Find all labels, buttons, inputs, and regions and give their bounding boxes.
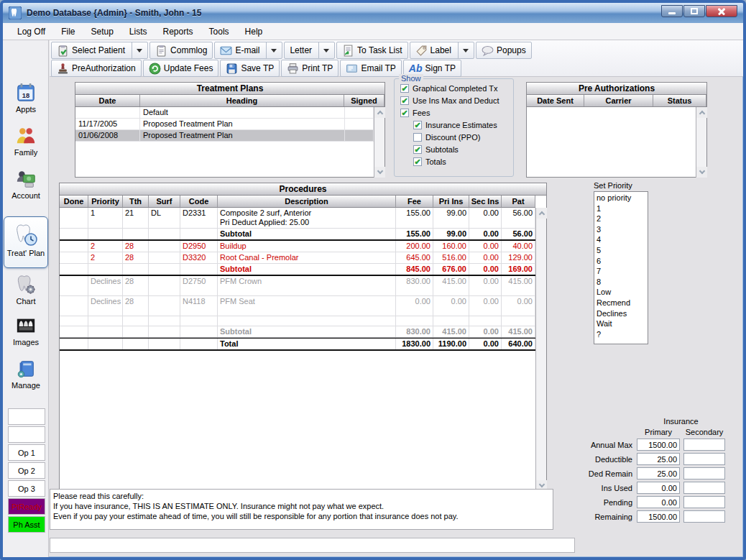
bottom-note-field[interactable]: [50, 538, 575, 553]
sidebar-item-treat-plan[interactable]: Treat' Plan: [4, 216, 48, 268]
save-tp-button[interactable]: Save TP: [220, 60, 280, 77]
scroll-up-icon[interactable]: [696, 107, 707, 118]
priority-option[interactable]: Low: [597, 287, 648, 298]
label-button[interactable]: Label: [410, 42, 474, 59]
xray-icon: [15, 315, 37, 336]
menu-setup[interactable]: Setup: [83, 24, 120, 39]
priority-option[interactable]: 3: [597, 224, 648, 235]
op-cell-blank-2[interactable]: [8, 426, 45, 443]
procedure-row[interactable]: Declines 28 D2750 PFM Crown 830.00 415.0…: [60, 276, 535, 296]
op-cell-op3[interactable]: Op 3: [8, 480, 45, 497]
email-tp-button[interactable]: Email TP: [340, 60, 401, 77]
subtotal-row: Subtotal 845.00 676.00 0.00 169.00: [60, 264, 535, 276]
priority-option[interactable]: 6: [597, 256, 648, 267]
checkbox-graphical-completed-tx[interactable]: ✔ Graphical Completed Tx: [400, 82, 509, 94]
menu-log-off[interactable]: Log Off: [10, 24, 52, 39]
priority-option[interactable]: 4: [597, 234, 648, 245]
priority-option[interactable]: ?: [597, 329, 648, 340]
letter-button[interactable]: Letter: [284, 42, 335, 59]
letter-dropdown[interactable]: [318, 42, 329, 58]
sidebar-item-images[interactable]: Images: [4, 315, 47, 346]
close-button[interactable]: [706, 5, 737, 17]
scroll-up-icon[interactable]: [536, 208, 547, 219]
treatment-plans-scrollbar[interactable]: [374, 107, 384, 178]
procedure-row[interactable]: 2 28 D3320 Root Canal - Premolar 645.00 …: [60, 252, 535, 264]
checkbox-insurance-estimates[interactable]: ✔ Insurance Estimates: [413, 119, 509, 131]
op-cell-op1[interactable]: Op 1: [8, 444, 45, 461]
checkbox-subtotals[interactable]: ✔ Subtotals: [413, 143, 509, 155]
popups-button[interactable]: Popups: [476, 42, 532, 59]
scroll-down-icon[interactable]: [696, 167, 707, 178]
op-cell-phasst[interactable]: Ph Asst: [8, 516, 45, 533]
annual-max-secondary-field[interactable]: [683, 439, 725, 451]
insurance-secondary-label: Secondary: [683, 428, 725, 436]
print-tp-button[interactable]: Print TP: [281, 60, 339, 77]
checkbox-use-ins-max-and-deduct[interactable]: ✔ Use Ins Max and Deduct: [400, 94, 509, 106]
priority-option[interactable]: 8: [597, 277, 648, 288]
email-dropdown[interactable]: [266, 42, 277, 58]
scroll-up-icon[interactable]: [374, 107, 385, 118]
sidebar-item-family[interactable]: Family: [4, 125, 47, 157]
select-patient-dropdown[interactable]: [132, 42, 142, 58]
commlog-button[interactable]: Commlog: [149, 42, 213, 59]
priority-option[interactable]: 7: [597, 266, 648, 277]
note-line: If you have insurance, THIS IS AN ESTIMA…: [53, 501, 550, 511]
menu-tools[interactable]: Tools: [202, 24, 236, 39]
operatory-list: Op 1 Op 2 Op 3 PtReady Ph Asst: [8, 408, 45, 534]
procedure-row[interactable]: 1 21 DL D2331 Composite 2 surf, Anterior…: [60, 208, 535, 229]
update-fees-button[interactable]: Update Fees: [143, 60, 219, 77]
minimize-button[interactable]: [661, 5, 683, 17]
annual-max-primary-field[interactable]: 1500.00: [637, 439, 680, 451]
priority-option[interactable]: 1: [597, 203, 648, 214]
select-patient-button[interactable]: Select Patient: [51, 42, 148, 59]
procedures-scrollbar[interactable]: [535, 208, 546, 491]
preauthorization-button[interactable]: PreAuthorization: [51, 60, 142, 77]
checkbox-discount-ppo[interactable]: Discount (PPO): [413, 131, 509, 143]
priority-option[interactable]: Wait: [597, 318, 648, 329]
remaining-secondary-field[interactable]: [683, 510, 725, 523]
op-cell-ptready[interactable]: PtReady: [8, 498, 45, 515]
deductible-secondary-field[interactable]: [683, 453, 725, 465]
sidebar-item-chart[interactable]: Chart: [4, 274, 47, 306]
procedure-row[interactable]: Declines 28 N4118 PFM Seat 0.00 0.00 0.0…: [60, 296, 535, 316]
treatment-plan-row[interactable]: Default: [75, 107, 374, 119]
printer-icon: [287, 63, 299, 75]
pending-secondary-field[interactable]: [683, 496, 725, 508]
window-title: Demo Database {Admin} - Smith, John - 15: [27, 8, 201, 18]
menu-lists[interactable]: Lists: [122, 24, 155, 39]
menu-file[interactable]: File: [54, 24, 82, 39]
checkbox-fees[interactable]: ✔ Fees: [400, 106, 509, 119]
procedure-row[interactable]: 2 28 D2950 Buildup 200.00 160.00 0.00 40…: [60, 241, 535, 252]
priority-option[interactable]: no priority: [597, 193, 648, 203]
scroll-down-icon[interactable]: [374, 167, 385, 178]
sidebar-item-manage[interactable]: Manage: [4, 358, 47, 390]
op-cell-op2[interactable]: Op 2: [8, 462, 45, 479]
sidebar-item-appts[interactable]: 18 Appts: [4, 82, 47, 114]
op-cell-blank-1[interactable]: [8, 408, 45, 425]
remaining-primary-field[interactable]: 1500.00: [637, 510, 680, 523]
menu-reports[interactable]: Reports: [156, 24, 201, 39]
to-task-list-button[interactable]: To Task List: [336, 42, 407, 59]
priority-option[interactable]: 2: [597, 214, 648, 224]
pre-authorizations-scrollbar[interactable]: [696, 107, 706, 178]
sidebar-item-account[interactable]: Account: [4, 168, 47, 200]
minimize-icon: [668, 12, 676, 14]
treatment-plan-row[interactable]: 11/17/2005 Proposed Treatment Plan: [75, 119, 374, 130]
ins-used-secondary-field[interactable]: [683, 482, 725, 494]
priority-option[interactable]: Recmend: [597, 298, 648, 308]
priority-option[interactable]: Declines: [597, 308, 648, 319]
menu-help[interactable]: Help: [238, 24, 270, 39]
label-dropdown[interactable]: [458, 42, 469, 58]
deductible-primary-field[interactable]: 25.00: [637, 453, 680, 465]
pending-primary-field[interactable]: 0.00: [637, 496, 680, 508]
maximize-button[interactable]: [683, 5, 705, 17]
ins-used-primary-field[interactable]: 0.00: [637, 482, 680, 494]
checkbox-box: ✔: [400, 96, 409, 105]
col-status: Status: [653, 95, 706, 106]
email-button[interactable]: E-mail: [214, 42, 282, 59]
checkbox-totals[interactable]: ✔ Totals: [413, 155, 509, 167]
priority-option[interactable]: 5: [597, 245, 648, 256]
ded-remain-secondary-field[interactable]: [683, 467, 725, 479]
treatment-plan-row-selected[interactable]: 01/06/2008 Proposed Treatment Plan: [75, 130, 374, 142]
ded-remain-primary-field[interactable]: 25.00: [637, 467, 680, 479]
